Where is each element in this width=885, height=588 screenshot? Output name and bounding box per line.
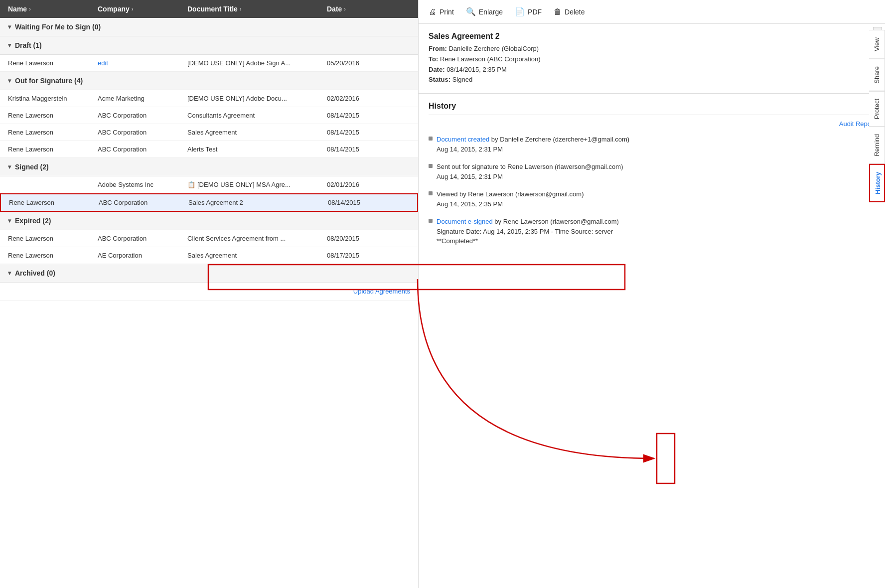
cell-company: ABC Corporation (98, 146, 187, 153)
section-label: Waiting For Me to Sign (0) (15, 23, 101, 31)
col-name[interactable]: Name › (8, 5, 98, 13)
cell-company[interactable]: edit (98, 59, 187, 67)
section-label: Signed (2) (15, 163, 49, 171)
section-label: Draft (1) (15, 41, 42, 49)
cell-date: 02/01/2016 (327, 181, 387, 188)
enlarge-button[interactable]: 🔍 Enlarge (466, 5, 503, 18)
cell-date: 08/17/2015 (327, 252, 387, 259)
tab-remind[interactable]: Remind (869, 127, 885, 164)
cell-name: Rene Lawerson (8, 112, 98, 119)
history-link[interactable]: Document e-signed (437, 218, 493, 225)
doc-date: Date: 08/14/2015, 2:35 PM (429, 65, 875, 75)
doc-icon: 📋 (187, 181, 195, 188)
enlarge-label: Enlarge (479, 8, 503, 16)
table-row[interactable]: Rene LawersonABC CorporationAlerts Test0… (0, 141, 418, 158)
col-doc-sort-icon: › (240, 6, 242, 12)
history-bullet-icon (429, 137, 433, 141)
pdf-icon: 📄 (515, 7, 525, 16)
cell-doc-title: Sales Agreement (187, 129, 327, 136)
section-out_for_signature[interactable]: ▾Out for Signature (4) (0, 72, 418, 90)
cell-date: 08/14/2015 (328, 199, 388, 206)
cell-company: ABC Corporation (99, 199, 188, 206)
history-plain-text: Sent out for signature to Rene Lawerson … (437, 163, 623, 170)
cell-doc-title: Alerts Test (187, 146, 327, 153)
history-plain-text: Viewed by Rene Lawerson (rlawerson@gmail… (437, 190, 584, 198)
pdf-button[interactable]: 📄 PDF (515, 5, 542, 18)
history-items: Document created by Danielle Zerchere (d… (429, 135, 875, 246)
cell-date: 05/20/2016 (327, 59, 387, 67)
col-doc-title[interactable]: Document Title › (187, 5, 327, 13)
section-waiting[interactable]: ▾Waiting For Me to Sign (0) (0, 18, 418, 36)
doc-status: Status: Signed (429, 75, 875, 85)
pdf-label: PDF (528, 8, 542, 16)
cell-company: AE Corporation (98, 252, 187, 259)
history-item-text: Viewed by Rene Lawerson (rlawerson@gmail… (437, 189, 584, 209)
delete-icon: 🗑 (554, 7, 562, 16)
history-title: History (429, 102, 875, 111)
doc-from: From: Danielle Zerchere (GlobalCorp) (429, 44, 875, 54)
cell-date: 02/02/2016 (327, 95, 387, 102)
tab-protect[interactable]: Protect (869, 91, 885, 127)
to-value: Rene Lawerson (ABC Corporation) (440, 55, 541, 63)
print-label: Print (440, 8, 454, 16)
section-label: Archived (0) (15, 269, 55, 277)
cell-date: 08/14/2015 (327, 129, 387, 136)
cell-date: 08/20/2015 (327, 235, 387, 242)
table-row[interactable]: Kristina MaggersteinAcme Marketing[DEMO … (0, 90, 418, 107)
doc-info: Sales Agreement 2 From: Danielle Zercher… (419, 24, 885, 94)
sections-container: ▾Waiting For Me to Sign (0)▾Draft (1)Ren… (0, 18, 418, 300)
tab-view[interactable]: View (869, 30, 885, 59)
cell-company: ABC Corporation (98, 235, 187, 242)
col-company-sort-icon: › (132, 6, 134, 12)
table-row[interactable]: Adobe Systems Inc📋[DEMO USE ONLY] MSA Ag… (0, 176, 418, 193)
delete-button[interactable]: 🗑 Delete (554, 5, 585, 18)
cell-company: Adobe Systems Inc (98, 181, 187, 188)
history-timestamp: Aug 14, 2015, 2:31 PM (437, 173, 503, 180)
col-date[interactable]: Date › (327, 5, 387, 13)
cell-name: Rene Lawerson (8, 252, 98, 259)
print-button[interactable]: 🖨 Print (429, 5, 454, 18)
section-draft[interactable]: ▾Draft (1) (0, 36, 418, 55)
cell-name: Rene Lawerson (9, 199, 99, 206)
col-doc-title-label: Document Title (187, 5, 238, 13)
toolbar: 🖨 Print 🔍 Enlarge 📄 PDF 🗑 Delete (419, 0, 885, 24)
history-item-sent: Sent out for signature to Rene Lawerson … (429, 162, 875, 181)
from-value: Danielle Zerchere (GlobalCorp) (448, 45, 539, 52)
section-archived[interactable]: ▾Archived (0) (0, 264, 418, 283)
cell-name: Kristina Maggerstein (8, 95, 98, 102)
left-panel: Name › Company › Document Title › Date ›… (0, 0, 419, 588)
history-link[interactable]: Document created (437, 136, 489, 143)
section-label: Out for Signature (4) (15, 77, 83, 85)
cell-company: Acme Marketing (98, 95, 187, 102)
cell-date: 08/14/2015 (327, 112, 387, 119)
table-row[interactable]: Rene LawersonABC CorporationSales Agreem… (0, 193, 418, 212)
section-expired[interactable]: ▾Expired (2) (0, 212, 418, 230)
date-label: Date: (429, 66, 445, 73)
history-item-esigned: Document e-signed by Rene Lawerson (rlaw… (429, 217, 875, 246)
cell-name: Rene Lawerson (8, 59, 98, 67)
col-date-label: Date (327, 5, 342, 13)
doc-to: To: Rene Lawerson (ABC Corporation) (429, 54, 875, 65)
table-row[interactable]: Rene Lawersonedit[DEMO USE ONLY] Adobe S… (0, 55, 418, 72)
tab-history[interactable]: History (869, 164, 885, 202)
table-row[interactable]: Rene LawersonABC CorporationConsultants … (0, 107, 418, 124)
status-value: Signed (452, 76, 472, 83)
col-name-label: Name (8, 5, 27, 13)
history-panel: History Audit Report Document created by… (419, 94, 885, 588)
table-row[interactable]: Rene LawersonABC CorporationClient Servi… (0, 230, 418, 247)
table-row[interactable]: Rene LawersonABC CorporationSales Agreem… (0, 124, 418, 141)
history-divider (429, 115, 875, 115)
history-bullet-icon (429, 191, 433, 195)
section-signed[interactable]: ▾Signed (2) (0, 158, 418, 176)
cell-doc-title: Sales Agreement (187, 252, 327, 259)
tab-share[interactable]: Share (869, 59, 885, 91)
history-bullet-icon (429, 219, 433, 223)
history-item-text: Sent out for signature to Rene Lawerson … (437, 162, 623, 181)
col-company[interactable]: Company › (98, 5, 187, 13)
table-row[interactable]: Rene LawersonAE CorporationSales Agreeme… (0, 247, 418, 264)
cell-company: ABC Corporation (98, 112, 187, 119)
main-container: Name › Company › Document Title › Date ›… (0, 0, 885, 588)
cell-date: 08/14/2015 (327, 146, 387, 153)
upload-agreements-link[interactable]: Upload Agreements (353, 288, 410, 295)
audit-report-link[interactable]: Audit Report (429, 120, 875, 128)
